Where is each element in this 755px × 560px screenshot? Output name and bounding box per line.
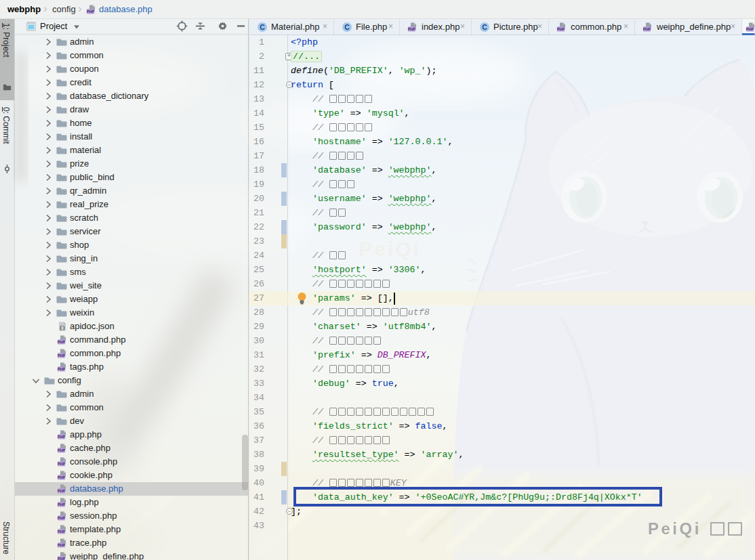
svg-text:PHP: PHP [746, 27, 754, 31]
svg-text:PHP: PHP [58, 489, 66, 493]
svg-text:C: C [344, 23, 350, 31]
svg-text:PHP: PHP [87, 9, 95, 14]
svg-text:C: C [482, 23, 487, 31]
svg-text:C: C [260, 23, 265, 31]
svg-text:PHP: PHP [58, 367, 66, 371]
svg-text:PHP: PHP [58, 516, 66, 520]
svg-text:PHP: PHP [58, 557, 66, 560]
svg-text:PHP: PHP [58, 543, 66, 547]
svg-text:PHP: PHP [58, 435, 66, 439]
svg-text:PHP: PHP [58, 462, 66, 466]
svg-text:PHP: PHP [58, 448, 66, 452]
svg-text:PHP: PHP [58, 530, 66, 534]
svg-text:PHP: PHP [408, 27, 416, 31]
svg-text:PHP: PHP [557, 27, 565, 31]
svg-text:PHP: PHP [58, 340, 66, 344]
svg-text:{): {) [59, 325, 65, 330]
svg-text:PHP: PHP [58, 353, 66, 358]
svg-text:PHP: PHP [58, 475, 66, 479]
svg-text:PHP: PHP [643, 27, 651, 31]
svg-text:PHP: PHP [58, 502, 66, 507]
